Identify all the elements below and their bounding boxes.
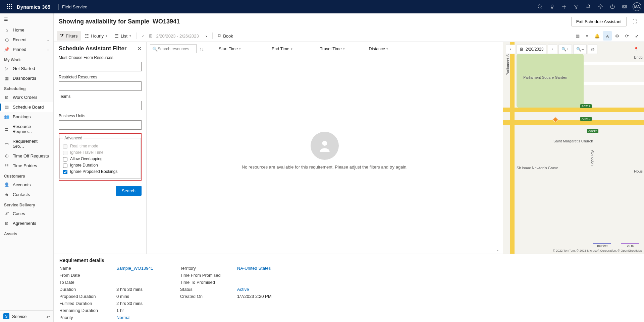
nav-agreements[interactable]: 🗎Agreements — [0, 218, 53, 228]
bunits-input[interactable] — [59, 120, 142, 130]
ignoreproposed-checkbox-row[interactable]: Ignore Proposed Bookings — [63, 169, 137, 175]
gantt-icon: ☷ — [85, 34, 89, 39]
listview-icon[interactable]: ≡ — [583, 31, 591, 41]
nav-dashboards[interactable]: ▦Dashboards — [0, 73, 53, 83]
nav-reqgroups[interactable]: ▭Requirement Gro… — [0, 136, 53, 151]
ignoretravel-checkbox-row: Ignore Travel Time — [63, 149, 137, 156]
bell-icon[interactable] — [582, 0, 594, 13]
user-avatar[interactable]: MA — [633, 2, 641, 11]
gear-icon[interactable] — [594, 0, 606, 13]
allowoverlap-checkbox-row[interactable]: Allow Overlapping — [63, 156, 137, 162]
nav-accounts[interactable]: 👤Accounts — [0, 180, 53, 190]
pushpin-icon[interactable]: 📍 — [631, 45, 641, 54]
search-button[interactable]: Search — [116, 186, 142, 196]
svg-point-5 — [600, 6, 601, 7]
expand-icon[interactable]: ⛶ — [630, 17, 639, 26]
nav-workorders[interactable]: 🗎Work Orders — [0, 92, 53, 102]
chevron-down-icon: ⌄ — [47, 38, 49, 42]
advanced-fieldset: Advanced Real time mode Ignore Travel Ti… — [59, 136, 141, 179]
legend-icon[interactable]: ▤ — [573, 31, 582, 41]
app-launcher-icon[interactable] — [7, 4, 13, 10]
nav-getstarted[interactable]: ▷Get Started — [0, 64, 53, 73]
toolbar-label: Filters — [66, 34, 77, 39]
nav-cases[interactable]: 🖇Cases — [0, 209, 53, 218]
col-end-time[interactable]: End Time▾ — [269, 47, 295, 51]
col-start-time[interactable]: Start Time▾ — [216, 47, 244, 51]
req-ttp-value — [237, 280, 272, 285]
nav-timeentries[interactable]: ☷Time Entries — [0, 161, 53, 171]
nav-bookings[interactable]: 👥Bookings — [0, 112, 53, 122]
collapse-icon[interactable]: ⌄ — [496, 247, 499, 252]
empty-avatar-icon — [311, 132, 339, 160]
section-servicedelivery: Service Delivery — [0, 199, 53, 209]
assistant-icon[interactable] — [619, 0, 631, 13]
col-travel-time[interactable]: Travel Time▾ — [317, 47, 347, 51]
col-distance[interactable]: Distance▾ — [366, 47, 391, 51]
view-hourly[interactable]: ☷Hourly▾ — [82, 31, 111, 41]
map-panel[interactable]: Parliament Square Parliament Square Gard… — [503, 42, 644, 254]
ignoreduration-checkbox-row[interactable]: Ignore Duration — [63, 162, 137, 169]
nav-scheduleboard[interactable]: ▤Schedule Board — [0, 102, 53, 112]
req-status-label: Status — [180, 287, 237, 292]
ignoreproposed-checkbox[interactable] — [63, 170, 67, 174]
section-customers: Customers — [0, 171, 53, 180]
nav-recent[interactable]: ◷Recent⌄ — [0, 35, 53, 45]
allowoverlap-checkbox[interactable] — [63, 157, 67, 162]
refresh-icon[interactable]: ⟳ — [623, 31, 632, 41]
req-created-label: Created On — [180, 294, 237, 299]
date-range[interactable]: 2/20/2023 - 2/26/2023 — [154, 34, 201, 39]
view-list[interactable]: ☰List▾ — [111, 31, 135, 41]
resource-search-input[interactable] — [158, 47, 195, 51]
nav-pinned[interactable]: 📌Pinned⌄ — [0, 45, 53, 54]
settings-icon[interactable]: ⚙ — [612, 31, 622, 41]
nav-home[interactable]: ⌂Home — [0, 25, 53, 35]
zoom-in-icon[interactable]: 🔍+ — [558, 45, 572, 54]
map-date-next[interactable]: › — [548, 45, 557, 54]
map-canvas[interactable]: Parliament Square Parliament Square Gard… — [503, 42, 644, 254]
map-toggle-icon[interactable]: ◬ — [603, 31, 612, 41]
zoom-out-icon[interactable]: 🔍− — [573, 45, 587, 54]
req-status-value[interactable]: Active — [237, 287, 272, 292]
date-next[interactable]: › — [202, 31, 210, 41]
restricted-input[interactable] — [59, 81, 142, 91]
mustchoose-input[interactable] — [59, 62, 142, 71]
add-icon[interactable] — [558, 0, 570, 13]
map-label-bridg: Bridg — [634, 55, 643, 59]
teams-input[interactable] — [59, 101, 142, 110]
req-priority-value[interactable]: Normal — [116, 315, 153, 320]
req-icon: ≣ — [4, 127, 9, 132]
resource-search[interactable]: 🔍 — [150, 45, 197, 53]
search-icon[interactable] — [534, 0, 546, 13]
area-switcher[interactable]: S Service ▴▾ — [0, 310, 53, 322]
ignoreduration-checkbox[interactable] — [63, 164, 67, 168]
nav-contacts[interactable]: ☻Contacts — [0, 190, 53, 199]
book-button[interactable]: ⧉Book — [215, 31, 236, 41]
ignoretravel-checkbox — [63, 151, 67, 155]
filters-toggle[interactable]: ⧩Filters — [57, 31, 81, 41]
svg-point-0 — [538, 5, 541, 8]
locate-icon[interactable]: ◎ — [588, 45, 597, 54]
map-date-picker[interactable]: 🗓2/20/2023 — [517, 45, 546, 54]
help-icon[interactable] — [606, 0, 619, 13]
fullscreen-icon[interactable]: ⤢ — [632, 31, 641, 41]
brand-label: Dynamics 365 — [17, 4, 50, 10]
realtime-checkbox — [63, 144, 67, 149]
section-mywork: My Work — [0, 54, 53, 64]
map-date-prev[interactable]: ‹ — [506, 45, 515, 54]
updown-icon[interactable]: ▴▾ — [47, 315, 50, 318]
toolbar-label: Hourly — [91, 34, 104, 39]
empty-message: No resources are available for this requ… — [242, 165, 408, 170]
req-territory-value[interactable]: NA-United States — [237, 266, 272, 271]
nav-resourcereq[interactable]: ≣Resource Require… — [0, 122, 53, 136]
sort-icon[interactable]: ↑↓ — [200, 47, 204, 52]
lightbulb-icon[interactable] — [546, 0, 558, 13]
exit-assistant-button[interactable]: Exit Schedule Assistant — [571, 17, 627, 26]
req-priority-label: Priority — [59, 315, 116, 320]
nav-timeoff[interactable]: ⏲Time Off Requests — [0, 151, 53, 161]
date-prev[interactable]: ‹ — [139, 31, 147, 41]
alerts-icon[interactable]: 🔔 — [592, 31, 602, 41]
filter-icon[interactable] — [570, 0, 582, 13]
close-icon[interactable]: ✕ — [138, 46, 142, 51]
hamburger-icon[interactable]: ☰ — [0, 13, 53, 25]
req-name-value[interactable]: Sample_WO13941 — [116, 266, 153, 271]
